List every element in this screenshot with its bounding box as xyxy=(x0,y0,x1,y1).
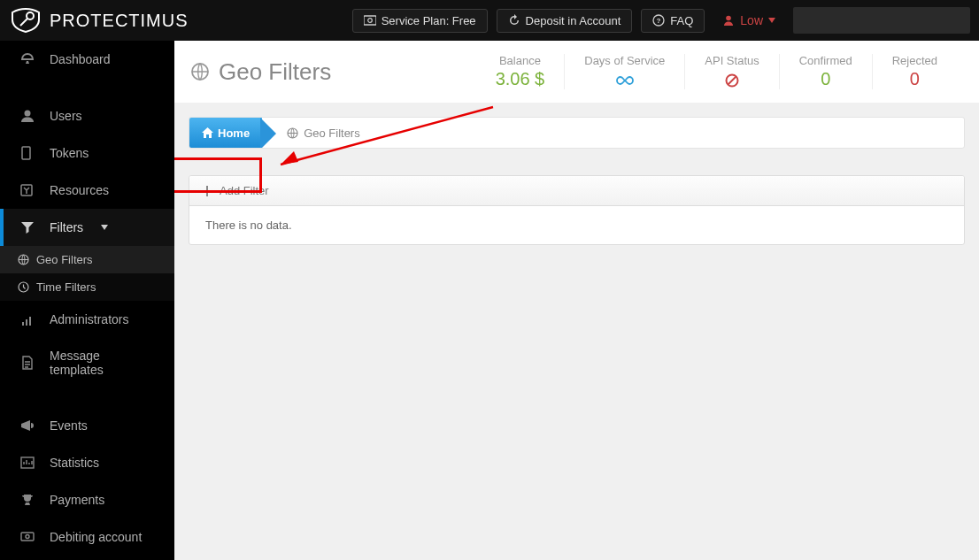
panel-body: There is no data. xyxy=(189,206,964,244)
annotation-highlight-box xyxy=(174,157,262,193)
faq-button[interactable]: ? FAQ xyxy=(641,9,705,33)
brand: PROTECTIMUS xyxy=(9,7,189,34)
infinity-icon xyxy=(616,75,634,86)
sidebar-label: Filters xyxy=(50,220,83,234)
stat-label: Confirmed xyxy=(799,54,852,67)
filter-icon xyxy=(18,219,37,235)
page-title: Geo Filters xyxy=(190,58,331,86)
stats-icon xyxy=(18,455,37,471)
sidebar: Dashboard Users Tokens Resources Filters… xyxy=(0,41,174,560)
user-icon xyxy=(722,14,735,27)
stat-label: Rejected xyxy=(892,54,937,67)
stat-value-infinity xyxy=(584,69,665,89)
chevron-down-icon xyxy=(101,225,108,230)
brand-text: PROTECTIMUS xyxy=(50,11,189,31)
sidebar-sub-geo-filters[interactable]: Geo Filters xyxy=(0,246,174,273)
sidebar-sub-label: Time Filters xyxy=(36,280,96,294)
resources-icon xyxy=(18,182,37,198)
sidebar-item-statistics[interactable]: Statistics xyxy=(0,444,174,481)
content: Geo Filters Balance 3.06 $ Days of Servi… xyxy=(174,41,979,560)
cash-icon xyxy=(18,529,37,545)
sidebar-item-filters[interactable]: Filters xyxy=(0,209,174,246)
stat-balance: Balance 3.06 $ xyxy=(476,54,565,89)
panel-head: Add Filter xyxy=(189,176,964,206)
no-data-text: There is no data. xyxy=(205,219,292,232)
deposit-label: Deposit in Account xyxy=(526,14,621,27)
chevron-down-icon xyxy=(768,17,775,24)
brand-logo-icon xyxy=(9,7,42,34)
clock-icon xyxy=(18,281,29,293)
trophy-icon xyxy=(18,492,37,508)
globe-icon xyxy=(18,254,29,265)
sidebar-label: Users xyxy=(50,109,82,123)
page-title-text: Geo Filters xyxy=(219,58,331,86)
breadcrumb-home[interactable]: Home xyxy=(189,118,262,148)
service-plan-label: Service Plan: Free xyxy=(382,14,476,27)
deposit-button[interactable]: Deposit in Account xyxy=(497,9,633,33)
svg-point-5 xyxy=(727,16,732,21)
sidebar-label: Resources xyxy=(50,183,109,197)
sidebar-item-debiting[interactable]: Debiting account xyxy=(0,518,174,556)
svg-point-6 xyxy=(25,111,31,117)
sidebar-item-administrators[interactable]: Administrators xyxy=(0,301,174,338)
svg-marker-23 xyxy=(281,151,298,165)
sidebar-label: Message templates xyxy=(50,349,157,377)
sidebar-sub-label: Geo Filters xyxy=(36,253,93,266)
filters-submenu: Geo Filters Time Filters xyxy=(0,246,174,301)
stats-row: Balance 3.06 $ Days of Service API Statu… xyxy=(476,54,957,89)
stat-api-status: API Status xyxy=(684,54,778,89)
breadcrumb-home-label: Home xyxy=(218,127,250,140)
topbar-right: Service Plan: Free Deposit in Account ? … xyxy=(352,7,970,34)
svg-rect-13 xyxy=(26,319,27,326)
stat-confirmed: Confirmed 0 xyxy=(779,54,872,89)
sidebar-item-message-templates[interactable]: Message templates xyxy=(0,338,174,387)
sidebar-label: Events xyxy=(50,418,88,433)
sidebar-item-resources[interactable]: Resources xyxy=(0,172,174,209)
svg-point-0 xyxy=(27,12,34,19)
svg-rect-12 xyxy=(22,322,24,326)
topbar: PROTECTIMUS Service Plan: Free Deposit i… xyxy=(0,0,979,41)
svg-point-2 xyxy=(367,19,372,23)
users-icon xyxy=(18,108,37,124)
sidebar-label: Tokens xyxy=(50,146,89,160)
document-icon xyxy=(18,355,37,371)
svg-rect-14 xyxy=(29,317,31,326)
stat-rejected: Rejected 0 xyxy=(872,54,957,89)
service-plan-button[interactable]: Service Plan: Free xyxy=(352,9,488,33)
stat-days-of-service: Days of Service xyxy=(564,54,684,89)
stat-value: 0 xyxy=(892,69,937,89)
tokens-icon xyxy=(18,145,37,161)
money-icon xyxy=(364,15,376,26)
globe-icon xyxy=(190,62,210,81)
home-icon xyxy=(202,127,213,138)
filters-panel: Add Filter There is no data. xyxy=(189,175,965,245)
search-input[interactable] xyxy=(793,7,970,34)
admins-icon xyxy=(18,311,37,327)
sidebar-item-events[interactable]: Events xyxy=(0,407,174,444)
dashboard-icon xyxy=(18,51,37,67)
page-header: Geo Filters Balance 3.06 $ Days of Servi… xyxy=(174,41,979,103)
blocked-icon xyxy=(725,73,739,88)
sidebar-sub-time-filters[interactable]: Time Filters xyxy=(0,273,174,301)
stat-value-blocked xyxy=(705,69,759,89)
sidebar-label: Dashboard xyxy=(50,52,111,66)
user-label: Low xyxy=(740,13,763,27)
sidebar-label: Payments xyxy=(50,493,104,507)
stat-value: 0 xyxy=(799,69,852,89)
stat-label: API Status xyxy=(705,54,759,67)
refresh-icon xyxy=(508,14,520,27)
svg-rect-1 xyxy=(364,16,376,25)
sidebar-item-payments[interactable]: Payments xyxy=(0,481,174,518)
svg-line-20 xyxy=(728,76,736,84)
sidebar-item-dashboard[interactable]: Dashboard xyxy=(0,41,174,78)
stat-label: Balance xyxy=(496,54,545,67)
svg-point-17 xyxy=(26,535,29,539)
svg-rect-7 xyxy=(22,147,30,159)
sidebar-item-tokens[interactable]: Tokens xyxy=(0,134,174,172)
megaphone-icon xyxy=(18,418,37,433)
sidebar-item-users[interactable]: Users xyxy=(0,97,174,134)
user-menu-button[interactable]: Low xyxy=(722,13,775,27)
stat-value: 3.06 $ xyxy=(496,69,545,89)
svg-rect-16 xyxy=(21,533,34,541)
sidebar-label: Statistics xyxy=(50,456,99,470)
